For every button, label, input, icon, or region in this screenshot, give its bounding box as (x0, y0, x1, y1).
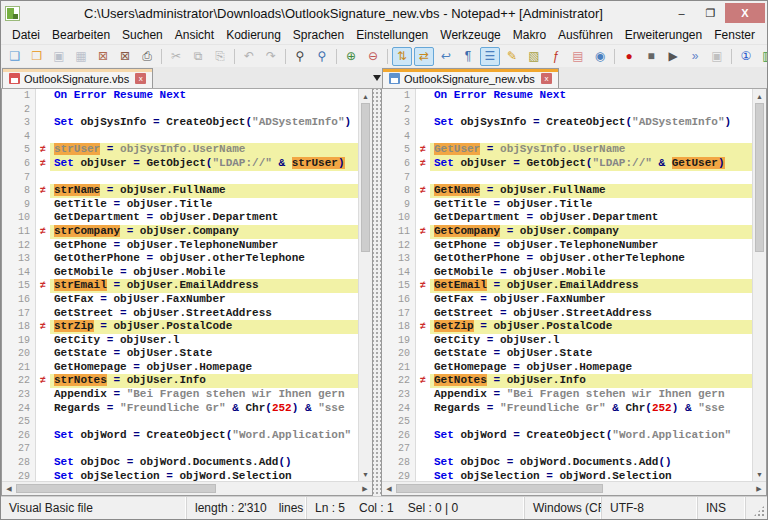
editor-pane-left[interactable]: 1On Error Resume Next23Set objSysInfo = … (1, 89, 373, 496)
scroll-left-icon[interactable]: ◀ (382, 482, 396, 495)
scroll-right-icon[interactable]: ▶ (358, 482, 372, 495)
horizontal-scrollbar[interactable]: ◀▶ (2, 481, 372, 495)
paste-button[interactable]: ⎘ (210, 47, 230, 66)
menu-erweiterungen[interactable]: Erweiterungen (619, 27, 708, 43)
code-text: GetNotes = objUser.Info (430, 374, 752, 388)
code-token: GetFax (54, 293, 100, 305)
menu-ausfhren[interactable]: Ausführen (552, 27, 619, 43)
diff-changed-word: GetUser (672, 157, 718, 169)
close-file-button[interactable]: ⊠ (93, 47, 113, 66)
code-token: objUser.Company (513, 225, 619, 237)
scroll-up-icon[interactable]: ▲ (359, 89, 372, 103)
tab-close-icon[interactable]: x (541, 73, 552, 84)
monitoring-button[interactable]: ◉ (590, 47, 610, 66)
vertical-scrollbar-thumb[interactable] (755, 103, 764, 252)
menu-bearbeiten[interactable]: Bearbeiten (46, 27, 116, 43)
code-token: GetHomepage (434, 361, 513, 373)
line-number: 29 (2, 470, 36, 481)
print-button[interactable]: ⎙ (137, 47, 157, 66)
vertical-scrollbar[interactable]: ▲▼ (752, 89, 766, 481)
code-token: objUser.StreetAddress (127, 307, 272, 319)
menu-werkzeuge[interactable]: Werkzeuge (434, 27, 506, 43)
scroll-left-icon[interactable]: ◀ (2, 482, 16, 495)
sync-horizontal-scroll-button[interactable]: ⇄ (414, 47, 434, 66)
run-macro-multiple-button[interactable]: » (685, 47, 705, 66)
new-file-button[interactable]: ❑ (5, 47, 25, 66)
code-area[interactable]: 1On Error Resume Next23Set objSysInfo = … (382, 89, 752, 481)
cut-button[interactable]: ✂ (166, 47, 186, 66)
menu-makro[interactable]: Makro (507, 27, 552, 43)
menu-fenster[interactable]: Fenster (708, 27, 761, 43)
vertical-scrollbar-thumb[interactable] (361, 103, 370, 252)
code-text: GetTitle = objUser.Title (430, 198, 752, 212)
copy-button[interactable]: ⧉ (188, 47, 208, 66)
status-insert-mode[interactable]: INS (698, 497, 746, 519)
horizontal-scrollbar-thumb[interactable] (16, 484, 216, 493)
scroll-up-icon[interactable]: ▲ (753, 89, 766, 103)
splitter-handle[interactable] (373, 89, 381, 496)
status-eol-format[interactable]: Windows (CR LF) (525, 497, 602, 519)
compare-button[interactable]: ▥ (758, 47, 767, 66)
tab-close-icon[interactable]: x (135, 73, 146, 84)
close-button[interactable]: X (725, 3, 765, 23)
code-text: Set objWord = CreateObject("Word.Applica… (50, 429, 358, 443)
code-line: 15≠strEmail = objUser.EmailAddress (2, 279, 358, 293)
code-line: 23Appendix = "Bei Fragen stehen wir Ihne… (2, 388, 358, 402)
tab-OutlookSignature.vbs[interactable]: OutlookSignature.vbsx (2, 68, 153, 88)
status-encoding[interactable]: UTF-8 (602, 497, 698, 519)
sync-vertical-scroll-button[interactable]: ⇅ (392, 47, 412, 66)
code-token: = (500, 266, 507, 278)
code-line: 27 (2, 442, 358, 456)
save-macro-button[interactable]: ▣ (707, 47, 727, 66)
menu-einstellungen[interactable]: Einstellungen (350, 27, 434, 43)
menu-?[interactable]: ? (761, 27, 768, 43)
editor-pane-right[interactable]: 1On Error Resume Next23Set objSysInfo = … (381, 89, 767, 496)
code-token: Appendix (54, 388, 113, 400)
horizontal-scrollbar[interactable]: ◀▶ (382, 481, 766, 495)
code-area[interactable]: 1On Error Resume Next23Set objSysInfo = … (2, 89, 358, 481)
tab-OutlookSignature_new.vbs[interactable]: OutlookSignature_new.vbsx (382, 68, 559, 88)
line-number: 18 (2, 320, 36, 334)
menu-sprachen[interactable]: Sprachen (287, 27, 350, 43)
document-map-button[interactable]: ▧ (524, 47, 544, 66)
vertical-scrollbar[interactable]: ▲▼ (358, 89, 372, 481)
menu-suchen[interactable]: Suchen (116, 27, 169, 43)
scroll-down-icon[interactable]: ▼ (753, 467, 766, 481)
code-text: GetState = objUser.State (50, 347, 358, 361)
code-token: GetPhone (54, 239, 113, 251)
menu-datei[interactable]: Datei (6, 27, 46, 43)
folder-as-workspace-button[interactable]: ▤ (568, 47, 588, 66)
undo-button[interactable]: ↶ (239, 47, 259, 66)
menu-ansicht[interactable]: Ansicht (169, 27, 220, 43)
compare-set-first-button[interactable]: ① (736, 47, 756, 66)
save-all-button[interactable]: ▦ (71, 47, 91, 66)
define-language-button[interactable]: ✎ (502, 47, 522, 66)
show-indent-guide-button[interactable]: ☰ (480, 47, 500, 66)
scroll-down-icon[interactable]: ▼ (359, 467, 372, 481)
show-all-characters-button[interactable]: ¶ (458, 47, 478, 66)
function-list-button[interactable]: ƒ (546, 47, 566, 66)
find-button[interactable]: ⚲ (290, 47, 310, 66)
code-token: objUser.Company (133, 225, 239, 237)
code-line: 19GetCity = objUser.l (2, 334, 358, 348)
redo-button[interactable]: ↷ (261, 47, 281, 66)
zoom-out-button[interactable]: ⊖ (363, 47, 383, 66)
open-file-button[interactable]: ❒ (27, 47, 47, 66)
zoom-in-button[interactable]: ⊕ (341, 47, 361, 66)
close-all-button[interactable]: ⊠ (115, 47, 135, 66)
replace-button[interactable]: ⚲ (312, 47, 332, 66)
line-number: 24 (382, 402, 416, 416)
code-token: "Bei Fragen stehen wir Ihnen gern (127, 388, 345, 400)
record-macro-button[interactable]: ● (619, 47, 639, 66)
maximize-button[interactable]: ❐ (696, 4, 725, 22)
resize-grip[interactable] (746, 497, 767, 519)
minimize-button[interactable]: – (667, 4, 696, 22)
save-button[interactable]: ▣ (49, 47, 69, 66)
horizontal-scrollbar-thumb[interactable] (396, 484, 603, 493)
scroll-right-icon[interactable]: ▶ (752, 482, 766, 495)
playback-macro-button[interactable]: ▶ (663, 47, 683, 66)
stop-recording-button[interactable]: ■ (641, 47, 661, 66)
word-wrap-button[interactable]: ↩ (436, 47, 456, 66)
menu-kodierung[interactable]: Kodierung (220, 27, 287, 43)
code-token: GetObject (520, 157, 586, 169)
